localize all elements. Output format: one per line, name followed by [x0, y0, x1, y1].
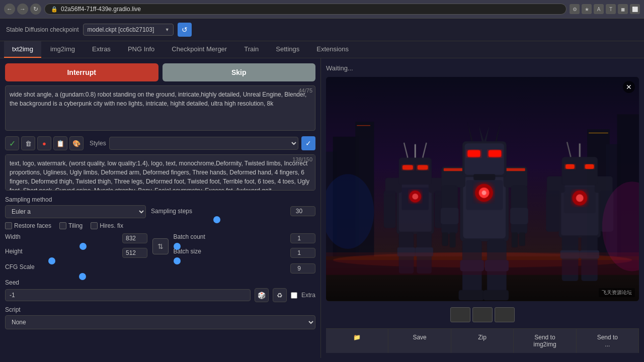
styles-label: Styles	[90, 140, 106, 147]
prompt-color-button[interactable]: 🎨	[69, 136, 84, 150]
svg-point-19	[412, 194, 418, 200]
prompt-red-button[interactable]: ●	[37, 136, 51, 150]
model-dropdown[interactable]: model.ckpt [cc6cb27103]	[83, 24, 174, 36]
skip-button[interactable]: Skip	[163, 63, 316, 81]
tab-checkpoint-merger[interactable]: Checkpoint Merger	[164, 41, 235, 58]
save-button[interactable]: Save	[388, 329, 451, 353]
batch-count-thumb[interactable]	[174, 243, 181, 250]
interrupt-button[interactable]: Interrupt	[5, 63, 158, 81]
tab-txt2img[interactable]: txt2img	[4, 41, 41, 58]
svg-rect-65	[458, 290, 484, 301]
sampling-row: Sampling method Euler a Sampling steps	[5, 196, 315, 218]
thumbnail-1[interactable]	[450, 307, 470, 322]
nav-buttons: ← → ↻	[4, 4, 41, 15]
send-img2img-label: Send toimg2img	[533, 334, 556, 348]
tiling-checkbox[interactable]: Tiling	[59, 222, 83, 229]
extension-icons: ⚙ ★ A T ◼ ⬜	[570, 4, 640, 14]
browser-toolbar: ← → ↻ 🔒 02a56ff4-71ff-439e.gradio.live ⚙…	[0, 0, 644, 18]
seed-dice-button[interactable]: 🎲	[255, 288, 269, 302]
sampling-steps-input[interactable]	[290, 206, 315, 216]
styles-dropdown[interactable]	[109, 137, 298, 150]
batch-count-input[interactable]	[290, 233, 315, 243]
model-label: Stable Diffusion checkpoint	[6, 26, 79, 33]
tab-extras[interactable]: Extras	[84, 41, 119, 58]
svg-point-39	[482, 191, 487, 195]
seed-input[interactable]	[5, 289, 251, 301]
model-dropdown-wrapper: model.ckpt [cc6cb27103]	[83, 24, 174, 36]
positive-prompt-input[interactable]	[5, 85, 315, 131]
ext-icon-5: ◼	[618, 4, 628, 14]
width-input[interactable]	[122, 233, 147, 243]
right-panel: Waiting...	[321, 58, 644, 358]
main-layout: Interrupt Skip 44/75 ✓ 🗑 ● 📋 🎨 Styles ✓ …	[0, 58, 644, 358]
dimensions-section: Width Height	[5, 233, 147, 259]
tab-png-info[interactable]: PNG Info	[120, 41, 163, 58]
lock-icon: 🔒	[51, 6, 58, 13]
tab-train[interactable]: Train	[236, 41, 267, 58]
svg-rect-46	[441, 208, 459, 224]
script-select[interactable]: None	[5, 315, 315, 329]
batch-section: Batch count Batch size	[174, 233, 316, 259]
address-bar[interactable]: 🔒 02a56ff4-71ff-439e.gradio.live	[44, 4, 567, 15]
send-to-other-button[interactable]: Send to...	[577, 329, 639, 353]
svg-rect-60	[473, 174, 495, 180]
restore-faces-checkbox[interactable]: Restore faces	[5, 222, 51, 229]
svg-rect-49	[450, 232, 456, 247]
folder-button[interactable]: 📁	[326, 329, 388, 353]
height-input[interactable]	[122, 248, 147, 258]
cfg-label: CFG Scale	[5, 263, 55, 274]
svg-rect-55	[489, 150, 501, 157]
negative-prompt-section: 138/150	[5, 154, 315, 192]
prompt-trash-button[interactable]: 🗑	[21, 136, 35, 150]
svg-rect-26	[418, 165, 428, 169]
generate-buttons: Interrupt Skip	[5, 63, 315, 81]
dimensions-batch-row: Width Height	[5, 233, 315, 259]
ext-icon-1: ⚙	[570, 4, 580, 14]
hires-fix-checkbox[interactable]: Hires. fix	[91, 222, 123, 229]
svg-rect-78	[585, 164, 594, 169]
batch-size-section: Batch size	[174, 248, 316, 259]
ext-icon-3: A	[594, 4, 604, 14]
seed-row: 🎲 ♻ Extra	[5, 288, 315, 302]
svg-rect-76	[562, 157, 598, 185]
send-to-img2img-button[interactable]: Send toimg2img	[514, 329, 576, 353]
sampling-method-select[interactable]: Euler a	[5, 205, 146, 218]
extra-checkbox[interactable]	[291, 292, 297, 299]
close-image-button[interactable]: ✕	[623, 81, 635, 93]
seed-recycle-button[interactable]: ♻	[273, 288, 287, 302]
left-panel: Interrupt Skip 44/75 ✓ 🗑 ● 📋 🎨 Styles ✓ …	[0, 58, 321, 358]
cfg-input[interactable]	[290, 263, 315, 274]
styles-apply-button[interactable]: ✓	[301, 136, 315, 150]
batch-size-input[interactable]	[290, 248, 315, 258]
script-label: Script	[5, 306, 315, 313]
positive-prompt-counter: 44/75	[298, 87, 312, 94]
thumbnail-2[interactable]	[472, 307, 493, 322]
batch-count-label: Batch count	[174, 233, 224, 243]
zip-button[interactable]: Zip	[451, 329, 514, 353]
refresh-button[interactable]: ↻	[30, 4, 41, 15]
tab-extensions[interactable]: Extensions	[308, 41, 357, 58]
model-refresh-button[interactable]: ↺	[178, 23, 192, 37]
ext-icon-2: ★	[582, 4, 592, 14]
batch-size-thumb[interactable]	[174, 257, 181, 264]
ext-icon-6: ⬜	[630, 4, 640, 14]
svg-rect-42	[444, 168, 463, 171]
ext-icon-4: T	[606, 4, 616, 14]
swap-dimensions-button[interactable]: ⇅	[152, 238, 169, 254]
prompt-check-button[interactable]: ✓	[5, 136, 19, 150]
svg-point-71	[576, 194, 584, 202]
hires-fix-label: Hires. fix	[100, 222, 123, 229]
negative-prompt-input[interactable]	[5, 154, 315, 191]
thumbnail-3[interactable]	[495, 307, 515, 322]
svg-rect-25	[403, 165, 413, 169]
tab-img2img[interactable]: img2img	[42, 41, 83, 58]
height-section: Height	[5, 248, 147, 259]
watermark-text: 飞天资源论坛	[599, 288, 635, 297]
back-button[interactable]: ←	[4, 4, 15, 15]
prompt-paste-button[interactable]: 📋	[53, 136, 67, 150]
svg-rect-74	[546, 191, 559, 232]
steps-slider-thumb[interactable]	[213, 216, 220, 223]
forward-button[interactable]: →	[17, 4, 28, 15]
tab-settings[interactable]: Settings	[268, 41, 307, 58]
svg-rect-47	[510, 208, 528, 224]
